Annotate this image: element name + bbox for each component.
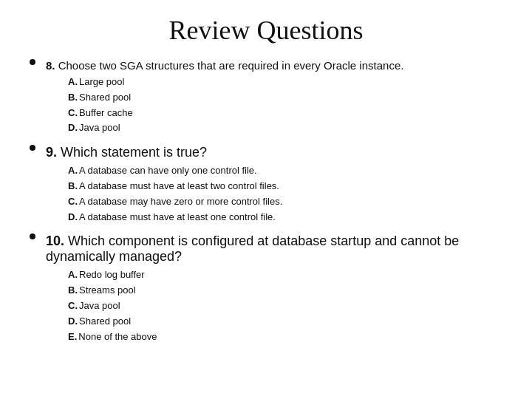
answers-2: A.A database can have only one control f…	[46, 163, 502, 225]
answer-label-2-4: D.	[68, 211, 78, 222]
question-2: 9. Which statement is true?A.A database …	[30, 145, 502, 225]
bullet-icon-1	[30, 59, 35, 65]
answer-label-1-4: D.	[68, 122, 78, 133]
answer-3-1: A.Redo log buffer	[68, 267, 502, 283]
page: Review Questions 8. Choose two SGA struc…	[0, 0, 532, 399]
answer-2-4: D.A database must have at least one cont…	[68, 210, 502, 225]
answer-3-4: D.Shared pool	[68, 314, 502, 330]
answer-2-2: B.A database must have at least two cont…	[68, 179, 502, 194]
answer-label-3-4: D.	[68, 316, 78, 327]
answer-label-1-1: A.	[68, 76, 78, 87]
answer-text-2-2: A database must have at least two contro…	[79, 180, 279, 191]
question-list: 8. Choose two SGA structures that are re…	[30, 59, 502, 344]
bullet-icon-3	[30, 233, 35, 239]
answer-label-1-3: C.	[68, 107, 78, 118]
answer-text-3-5: None of the above	[78, 331, 157, 342]
answer-label-2-2: B.	[68, 180, 78, 191]
answer-3-5: E.None of the above	[68, 330, 502, 345]
question-text-1: 8. Choose two SGA structures that are re…	[46, 59, 502, 72]
answer-text-1-3: Buffer cache	[79, 107, 133, 118]
answer-2-3: C.A database may have zero or more contr…	[68, 194, 502, 210]
question-1: 8. Choose two SGA structures that are re…	[30, 59, 502, 136]
answer-label-3-1: A.	[68, 269, 78, 280]
answer-text-2-3: A database may have zero or more control…	[79, 196, 282, 207]
question-3: 10. Which component is configured at dat…	[30, 233, 502, 344]
answer-3-2: B.Streams pool	[68, 283, 502, 299]
answer-text-2-1: A database can have only one control fil…	[79, 165, 257, 176]
answer-2-1: A.A database can have only one control f…	[68, 163, 502, 179]
answer-1-1: A.Large pool	[68, 75, 502, 90]
answer-text-2-4: A database must have at least one contro…	[79, 211, 276, 222]
answer-1-3: C.Buffer cache	[68, 106, 502, 121]
answer-text-3-2: Streams pool	[79, 284, 136, 296]
answer-3-3: C.Java pool	[68, 299, 502, 314]
answer-text-1-1: Large pool	[79, 76, 124, 87]
answer-label-2-3: C.	[68, 196, 78, 207]
answer-label-3-3: C.	[68, 300, 78, 311]
answer-text-3-3: Java pool	[79, 300, 120, 311]
answer-text-1-2: Shared pool	[79, 92, 131, 103]
answer-label-3-2: B.	[68, 284, 78, 296]
answer-label-3-5: E.	[68, 331, 77, 342]
answer-label-1-2: B.	[68, 92, 78, 103]
answer-text-3-4: Shared pool	[79, 316, 131, 327]
answer-1-2: B.Shared pool	[68, 90, 502, 106]
answer-label-2-1: A.	[68, 165, 78, 176]
answers-1: A.Large poolB.Shared poolC.Buffer cacheD…	[46, 75, 502, 136]
answer-text-1-4: Java pool	[79, 122, 120, 133]
answers-3: A.Redo log bufferB.Streams poolC.Java po…	[46, 267, 502, 344]
page-title: Review Questions	[30, 15, 502, 46]
answer-1-4: D.Java pool	[68, 120, 502, 136]
question-text-2: 9. Which statement is true?	[46, 145, 502, 160]
bullet-icon-2	[30, 145, 35, 151]
answer-text-3-1: Redo log buffer	[79, 269, 145, 280]
question-text-3: 10. Which component is configured at dat…	[46, 233, 502, 265]
